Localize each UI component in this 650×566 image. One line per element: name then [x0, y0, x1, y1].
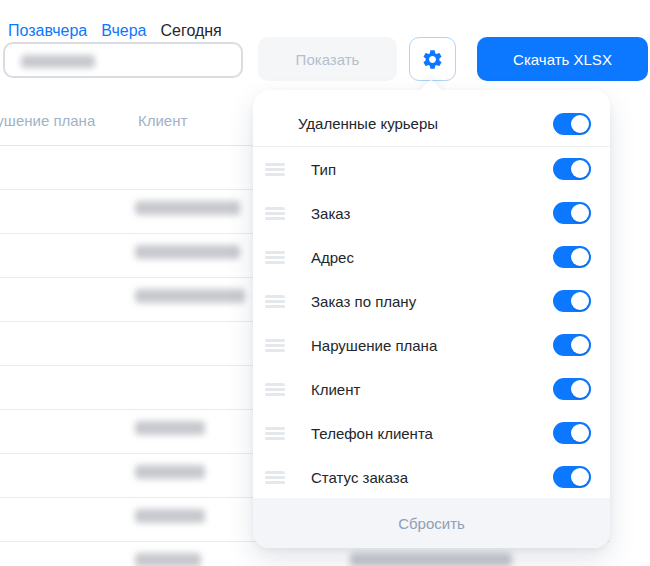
toggle-knob — [571, 248, 589, 266]
masked-client-cell — [135, 245, 240, 259]
column-header-client: Клиент — [138, 112, 187, 129]
popover-item-list: Тип Заказ Адрес Заказ по плану Нарушение… — [253, 147, 610, 499]
toggle-knob — [571, 292, 589, 310]
masked-client-cell — [135, 509, 205, 523]
drag-handle-icon[interactable] — [265, 471, 285, 484]
column-toggle-row: Заказ — [253, 191, 610, 235]
drag-handle-icon[interactable] — [265, 339, 285, 352]
toggle-knob — [571, 424, 589, 442]
column-label: Заказ — [311, 205, 553, 222]
column-toggle-row: Адрес — [253, 235, 610, 279]
drag-handle-icon[interactable] — [265, 295, 285, 308]
masked-client-cell — [135, 201, 240, 215]
column-toggle-row: Нарушение плана — [253, 323, 610, 367]
column-toggle-row: Телефон клиента — [253, 411, 610, 455]
toggle-knob — [571, 380, 589, 398]
toggle-switch[interactable] — [553, 290, 591, 312]
column-label: Клиент — [311, 381, 553, 398]
column-label: Тип — [311, 161, 553, 178]
pinned-toggle-row: Удаленные курьеры — [253, 90, 610, 146]
column-toggle-row: Тип — [253, 147, 610, 191]
column-label: Удаленные курьеры — [298, 115, 553, 132]
drag-handle-icon[interactable] — [265, 427, 285, 440]
toggle-switch[interactable] — [553, 466, 591, 488]
toggle-knob — [571, 115, 589, 133]
column-label: Заказ по плану — [311, 293, 553, 310]
toggle-switch[interactable] — [553, 246, 591, 268]
reset-button[interactable]: Сбросить — [253, 498, 610, 548]
toggle-knob — [571, 468, 589, 486]
masked-client-cell — [135, 553, 201, 566]
column-label: Нарушение плана — [311, 337, 553, 354]
toggle-knob — [571, 204, 589, 222]
column-header-plan-violation: Нарушение плана — [0, 112, 95, 129]
drag-handle-icon[interactable] — [265, 163, 285, 176]
masked-client-cell — [135, 289, 245, 303]
drag-handle-icon[interactable] — [265, 383, 285, 396]
masked-client-cell — [135, 465, 205, 479]
masked-phone-cell — [350, 553, 512, 566]
drag-handle-icon[interactable] — [265, 207, 285, 220]
column-toggle-row: Клиент — [253, 367, 610, 411]
toggle-switch[interactable] — [553, 334, 591, 356]
column-label: Телефон клиента — [311, 425, 553, 442]
toggle-switch[interactable] — [553, 158, 591, 180]
toggle-switch[interactable] — [553, 422, 591, 444]
column-toggle-row: Заказ по плану — [253, 279, 610, 323]
drag-handle-icon[interactable] — [265, 251, 285, 264]
column-toggle-row: Статус заказа — [253, 455, 610, 499]
toggle-switch[interactable] — [553, 378, 591, 400]
toggle-switch[interactable] — [553, 202, 591, 224]
column-label: Адрес — [311, 249, 553, 266]
toggle-knob — [571, 160, 589, 178]
column-label: Статус заказа — [311, 469, 553, 486]
masked-client-cell — [135, 421, 205, 435]
column-settings-popover: Удаленные курьеры Тип Заказ Адрес Заказ … — [253, 90, 610, 548]
toggle-switch[interactable] — [553, 113, 591, 135]
toggle-knob — [571, 336, 589, 354]
